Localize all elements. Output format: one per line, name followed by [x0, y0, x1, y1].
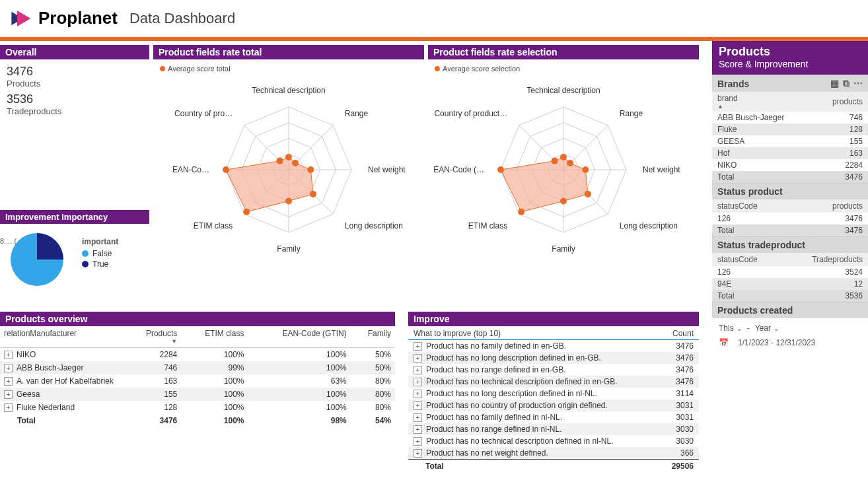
calendar-icon[interactable]: 📅: [719, 338, 729, 347]
radar-axis-label: EAN-Co…: [172, 165, 209, 174]
status-product-title: Status product: [717, 186, 783, 197]
st-col-products[interactable]: Tradeproducts: [783, 253, 868, 266]
radar-axis-label: Net weight: [368, 165, 406, 174]
logo-icon: [9, 7, 32, 30]
status-trade-title: Status tradeproduct: [717, 240, 805, 250]
overall-title: Overall: [0, 45, 149, 59]
radar-axis-label: Long description: [620, 221, 678, 230]
radar-selection-title: Product fields rate selection: [428, 45, 699, 59]
table-row[interactable]: 1263476: [712, 213, 868, 225]
svg-point-20: [285, 198, 292, 205]
list-item[interactable]: +Product has no net weight defined.366: [408, 447, 699, 459]
col-etim[interactable]: ETIM class: [181, 326, 248, 348]
pie-chart[interactable]: [4, 226, 70, 293]
expand-icon[interactable]: +: [4, 403, 13, 412]
sort-asc-icon: ▲: [717, 103, 809, 110]
brands-col-brand[interactable]: brand▲: [712, 92, 814, 112]
list-item[interactable]: +Product has no family defined in en-GB.…: [408, 340, 699, 352]
col-ean[interactable]: EAN-Code (GTIN): [248, 326, 351, 348]
list-item[interactable]: +Product has no technical description de…: [408, 376, 699, 388]
filter-pane-header: Products Score & Improvement: [712, 41, 868, 75]
expand-icon[interactable]: +: [414, 437, 422, 446]
table-row[interactable]: NIKO2284: [712, 159, 868, 171]
improve-panel: Improve What to improve (top 10) Count +…: [408, 312, 699, 473]
brands-section: Brands ▦ ⧉ ⋯ brand▲ products ABB Busch-J…: [712, 75, 868, 183]
table-row[interactable]: GEESA155: [712, 135, 868, 147]
radar-axis-label: Country of product…: [434, 109, 507, 118]
table-total-row: Total3476100%98%54%: [0, 414, 395, 427]
expand-icon[interactable]: +: [414, 413, 422, 422]
expand-icon[interactable]: +: [414, 425, 422, 434]
status-product-section: Status product statusCode products 12634…: [712, 183, 868, 236]
table-row[interactable]: +Geesa155100%100%80%: [0, 388, 395, 401]
svg-point-38: [567, 160, 573, 166]
table-row[interactable]: +Fluke Nederland128100%100%80%: [0, 401, 395, 414]
expand-icon[interactable]: +: [414, 378, 422, 386]
filter-icon[interactable]: ▦: [830, 78, 839, 89]
radar-total-title: Product fields rate total: [153, 45, 424, 59]
radar-selection-panel: Product fields rate selection Average sc…: [428, 45, 699, 269]
table-row[interactable]: Hof163: [712, 147, 868, 159]
list-item[interactable]: +Product has no country of production or…: [408, 399, 699, 411]
table-total-row: Total3536: [712, 290, 868, 302]
improve-total-label: Total: [414, 462, 661, 471]
radar-selection-legend[interactable]: Average score selection: [435, 65, 520, 73]
products-overview-table[interactable]: relationManufacturer Products▼ ETIM clas…: [0, 326, 395, 427]
sp-col-code[interactable]: statusCode: [712, 199, 798, 213]
expand-icon[interactable]: +: [4, 364, 13, 372]
brands-col-products[interactable]: products: [814, 92, 868, 112]
legend-true[interactable]: True: [82, 260, 118, 269]
table-total-row: Total3476: [712, 225, 868, 236]
table-row[interactable]: 94E12: [712, 278, 868, 290]
period-this-dropdown[interactable]: This⌄: [719, 324, 742, 333]
col-family[interactable]: Family: [351, 326, 395, 348]
table-row[interactable]: +NIKO2284100%100%50%: [0, 348, 395, 362]
legend-false[interactable]: False: [82, 249, 118, 258]
svg-point-42: [518, 209, 524, 215]
expand-icon[interactable]: +: [414, 449, 422, 458]
list-item[interactable]: +Product has no range defined in en-GB.3…: [408, 364, 699, 376]
col-products[interactable]: Products▼: [126, 326, 181, 348]
list-item[interactable]: +Product has no long description defined…: [408, 352, 699, 364]
radar-total-legend[interactable]: Average score total: [160, 65, 231, 73]
expand-icon[interactable]: +: [4, 377, 13, 386]
list-item[interactable]: +Product has no technical description de…: [408, 435, 699, 447]
expand-icon[interactable]: +: [414, 401, 422, 410]
more-icon[interactable]: ⋯: [853, 78, 863, 89]
list-item[interactable]: +Product has no family defined in nl-NL.…: [408, 411, 699, 423]
improve-col-count[interactable]: Count: [672, 329, 694, 338]
svg-point-41: [560, 198, 567, 205]
status-product-table[interactable]: statusCode products 1263476Total3476: [712, 199, 868, 236]
overall-products-count: 3476: [7, 65, 143, 79]
date-range: 1/1/2023 - 12/31/2023: [738, 338, 815, 347]
table-row[interactable]: 1263524: [712, 266, 868, 278]
expand-icon[interactable]: +: [4, 390, 13, 399]
expand-icon[interactable]: +: [414, 390, 422, 398]
improve-col-what[interactable]: What to improve (top 10): [414, 329, 501, 338]
expand-icon[interactable]: +: [4, 351, 13, 359]
status-trade-table[interactable]: statusCode Tradeproducts 126352494E12Tot…: [712, 253, 868, 302]
radar-axis-label: Technical description: [526, 86, 600, 95]
sp-col-products[interactable]: products: [798, 199, 868, 213]
radar-axis-label: Range: [345, 109, 368, 118]
list-item[interactable]: +Product has no long description defined…: [408, 388, 699, 399]
table-row[interactable]: Fluke128: [712, 123, 868, 135]
svg-point-21: [243, 209, 250, 215]
svg-point-37: [560, 154, 567, 160]
brands-table[interactable]: brand▲ products ABB Busch-Jaeger746Fluke…: [712, 92, 868, 183]
table-row[interactable]: +ABB Busch-Jaeger74699%100%50%: [0, 361, 395, 374]
status-trade-section: Status tradeproduct statusCode Tradeprod…: [712, 236, 868, 302]
expand-icon[interactable]: +: [414, 366, 422, 374]
col-manufacturer[interactable]: relationManufacturer: [0, 326, 126, 348]
table-row[interactable]: +A. van der Hof Kabelfabriek163100%63%80…: [0, 374, 395, 388]
expand-icon[interactable]: +: [414, 342, 422, 351]
list-item[interactable]: +Product has no range defined in nl-NL.3…: [408, 423, 699, 435]
products-created-section: Products created This⌄ - Year⌄ 📅 1/1/202…: [712, 302, 868, 358]
expand-icon[interactable]: +: [414, 354, 422, 363]
pie-legend: important False True: [82, 237, 118, 270]
st-col-code[interactable]: statusCode: [712, 253, 783, 266]
table-row[interactable]: ABB Busch-Jaeger746: [712, 112, 868, 123]
period-year-dropdown[interactable]: Year⌄: [755, 324, 779, 333]
improvement-title: Improvement Importancy: [0, 210, 149, 224]
focus-icon[interactable]: ⧉: [843, 78, 850, 89]
